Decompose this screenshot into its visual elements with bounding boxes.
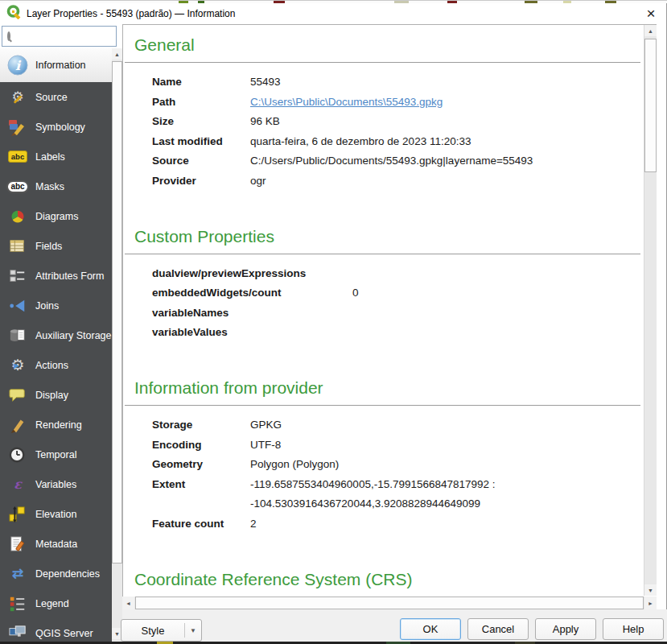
property-label: Path [152, 93, 250, 113]
sidebar-item-label: Masks [35, 181, 64, 192]
apply-button[interactable]: Apply [535, 618, 596, 640]
content-horizontal-scrollbar[interactable]: ◄ ► [122, 597, 657, 609]
property-label: Extent [152, 475, 250, 514]
elevation-arrows-icon [6, 504, 29, 525]
brush-icon [6, 415, 29, 436]
sidebar-item-masks[interactable]: abc Masks [0, 171, 112, 201]
section-heading-provider: Information from provider [123, 378, 644, 398]
scroll-down-icon[interactable]: ▼ [644, 584, 657, 596]
property-label: Storage [152, 415, 250, 436]
sidebar-item-label: Legend [35, 598, 69, 609]
sidebar-scrollbar-thumb[interactable] [112, 61, 122, 564]
property-row: Feature count2 [152, 514, 644, 535]
property-row: embeddedWidgets/count0 [152, 283, 644, 303]
sidebar-item-display[interactable]: Display [0, 380, 112, 410]
hscrollbar-thumb[interactable] [135, 597, 644, 609]
sidebar-item-rendering[interactable]: Rendering [0, 410, 112, 440]
sidebar-item-attributes-form[interactable]: Attributes Form [0, 261, 112, 291]
sidebar-item-label: Elevation [35, 509, 76, 520]
sync-arrows-icon: ⇄ [6, 564, 29, 584]
sidebar-item-elevation[interactable]: Elevation [0, 499, 112, 529]
content-scrollbar-thumb[interactable] [644, 39, 657, 172]
info-circle-icon: i [6, 55, 29, 76]
close-icon[interactable]: × [640, 4, 661, 23]
join-arrow-icon [6, 295, 29, 316]
sidebar-search-box[interactable] [2, 26, 117, 47]
content-vertical-scrollbar[interactable]: ▲ ▼ [644, 25, 657, 596]
sidebar-item-label: Symbology [35, 122, 85, 133]
sidebar-item-auxiliary-storage[interactable]: Auxiliary Storage [0, 320, 112, 350]
property-label: Encoding [152, 436, 250, 456]
property-label: Name [152, 72, 250, 93]
title-bar: Layer Properties - 55493 (padrão) — Info… [0, 3, 666, 24]
sidebar-item-label: Display [35, 390, 68, 401]
property-value: 96 KB [250, 112, 280, 132]
sidebar-item-qgis-server[interactable]: QGIS Server [0, 618, 112, 642]
sidebar-item-variables[interactable]: ε Variables [0, 469, 112, 499]
gear-play-icon: ⚙▶ [6, 355, 29, 376]
section-heading-crs: Coordinate Reference System (CRS) [123, 570, 644, 589]
property-label: Geometry [152, 455, 250, 475]
sidebar-item-labels[interactable]: abc Labels [0, 142, 112, 171]
sidebar-item-metadata[interactable]: Metadata [0, 529, 112, 559]
sidebar-item-label: Labels [35, 151, 65, 163]
scroll-left-icon[interactable]: ◄ [122, 597, 134, 609]
sidebar-item-label: Fields [35, 241, 62, 252]
sidebar-item-label: Attributes Form [35, 270, 104, 282]
property-row: Last modifiedquarta-feira, 6 de dezembro… [152, 132, 644, 152]
abc-tag-icon: abc [6, 147, 29, 167]
property-row: EncodingUTF-8 [152, 436, 644, 456]
scroll-up-icon[interactable]: ▲ [644, 25, 657, 36]
property-value: Polygon (Polygon) [250, 455, 339, 475]
cancel-button[interactable]: Cancel [467, 618, 529, 640]
monitors-icon [6, 623, 29, 642]
property-row: GeometryPolygon (Polygon) [152, 455, 644, 475]
scroll-up-icon[interactable]: ▲ [112, 48, 122, 60]
sidebar-item-label: Variables [35, 479, 76, 490]
property-value: ogr [250, 171, 266, 192]
sidebar-item-information[interactable]: i Information [0, 48, 112, 82]
sidebar-item-actions[interactable]: ⚙▶ Actions [0, 350, 112, 380]
property-label: variableValues [152, 323, 352, 343]
sidebar-item-label: Rendering [35, 419, 82, 431]
property-row: variableNames [152, 303, 644, 324]
sidebar-scrollbar[interactable]: ▲ ▼ [112, 48, 122, 642]
ok-button[interactable]: OK [400, 618, 461, 640]
section-divider [125, 62, 640, 63]
sidebar-item-legend[interactable]: Legend [0, 588, 112, 618]
property-row: Providerogr [152, 171, 644, 192]
dialog-button-box: Style ▼ OK Cancel Apply Help [122, 609, 667, 642]
sidebar-item-dependencies[interactable]: ⇄ Dependencies [0, 559, 112, 588]
pie-chart-icon [6, 206, 29, 227]
style-dropdown-button[interactable]: Style ▼ [121, 619, 202, 642]
sidebar-item-joins[interactable]: Joins [0, 291, 112, 320]
legend-list-icon [6, 593, 29, 614]
scroll-right-icon[interactable]: ► [644, 597, 657, 609]
property-value: 2 [250, 514, 257, 535]
property-row: Name55493 [152, 72, 644, 93]
help-button[interactable]: Help [603, 618, 664, 640]
window-title: Layer Properties - 55493 (padrão) — Info… [27, 8, 235, 19]
property-label: Provider [152, 171, 250, 192]
page-pencil-icon [6, 534, 29, 555]
search-icon [7, 31, 10, 41]
sidebar-item-symbology[interactable]: Symbology [0, 112, 112, 142]
sidebar-item-temporal[interactable]: Temporal [0, 440, 112, 469]
property-value: C:/Users/Public/Documents/55493.gpkg|lay… [250, 151, 533, 171]
property-label: Last modified [152, 132, 250, 152]
sidebar-item-label: Auxiliary Storage [35, 330, 112, 341]
properties-sidebar: i Information ⚙ Source Symbology abc Lab… [0, 48, 112, 642]
file-path-link[interactable]: C:\Users\Public\Documents\55493.gpkg [250, 93, 443, 113]
sidebar-item-source[interactable]: ⚙ Source [0, 82, 112, 112]
property-value: quarta-feira, 6 de dezembro de 2023 11:2… [250, 132, 471, 152]
style-button-label: Style [121, 625, 184, 637]
sidebar-item-label: QGIS Server [35, 628, 93, 639]
property-label: Feature count [152, 514, 250, 535]
general-properties: Name55493 PathC:\Users\Public\Documents\… [123, 72, 644, 192]
sidebar-item-fields[interactable]: Fields [0, 231, 112, 261]
sidebar-item-diagrams[interactable]: Diagrams [0, 201, 112, 231]
property-label: variableNames [152, 303, 352, 324]
chevron-down-icon: ▼ [185, 627, 201, 634]
property-row: SourceC:/Users/Public/Documents/55493.gp… [152, 151, 644, 171]
extent-value: -119.6587553404960005,-15.79915668478179… [250, 475, 496, 514]
